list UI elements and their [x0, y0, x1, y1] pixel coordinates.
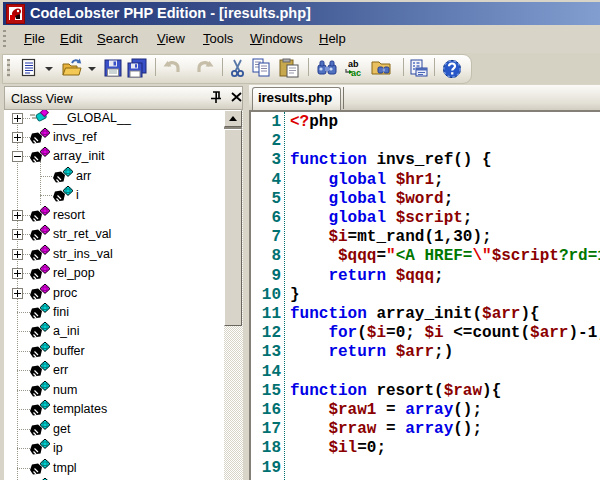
svg-text:ac: ac [351, 68, 361, 78]
